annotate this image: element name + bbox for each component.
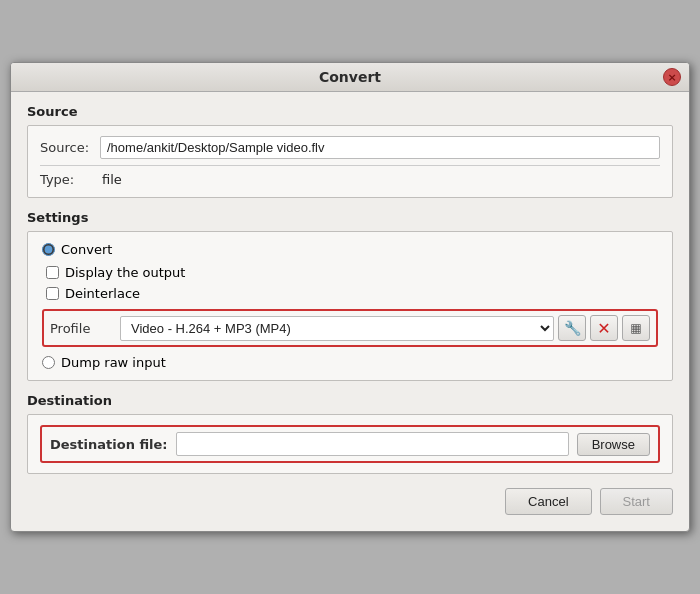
convert-dialog: Convert × Source Source: Type: file Sett… <box>10 62 690 532</box>
display-output-label: Display the output <box>65 265 185 280</box>
source-section-header: Source <box>27 104 673 119</box>
dest-file-input[interactable] <box>176 432 569 456</box>
grid-button[interactable]: ▦ <box>622 315 650 341</box>
type-label: Type: <box>40 172 100 187</box>
type-field-row: Type: file <box>40 172 660 187</box>
destination-inner: Destination file: Browse <box>40 425 660 463</box>
browse-button[interactable]: Browse <box>577 433 650 456</box>
source-section: Source: Type: file <box>27 125 673 198</box>
dump-radio[interactable] <box>42 356 55 369</box>
wrench-button[interactable]: 🔧 <box>558 315 586 341</box>
deinterlace-checkbox[interactable] <box>46 287 59 300</box>
destination-section-header: Destination <box>27 393 673 408</box>
settings-section-header: Settings <box>27 210 673 225</box>
source-input[interactable] <box>100 136 660 159</box>
deinterlace-row: Deinterlace <box>46 286 658 301</box>
profile-label: Profile <box>50 321 120 336</box>
close-icon: × <box>667 71 676 84</box>
titlebar: Convert × <box>11 63 689 92</box>
display-output-checkbox[interactable] <box>46 266 59 279</box>
source-field-row: Source: <box>40 136 660 159</box>
convert-radio[interactable] <box>42 243 55 256</box>
grid-icon: ▦ <box>630 321 641 335</box>
type-value: file <box>102 172 122 187</box>
settings-section: Convert Display the output Deinterlace P… <box>27 231 673 381</box>
start-button[interactable]: Start <box>600 488 673 515</box>
convert-radio-row: Convert <box>42 242 658 257</box>
cancel-button[interactable]: Cancel <box>505 488 591 515</box>
display-output-row: Display the output <box>46 265 658 280</box>
profile-row: Profile Video - H.264 + MP3 (MP4) 🔧 ✕ ▦ <box>42 309 658 347</box>
source-value-container <box>100 136 660 159</box>
profile-select[interactable]: Video - H.264 + MP3 (MP4) <box>120 316 554 341</box>
source-label: Source: <box>40 140 100 155</box>
dump-label: Dump raw input <box>61 355 166 370</box>
deinterlace-label: Deinterlace <box>65 286 140 301</box>
wrench-icon: 🔧 <box>564 320 581 336</box>
remove-icon: ✕ <box>597 319 610 338</box>
close-button[interactable]: × <box>663 68 681 86</box>
dest-file-label: Destination file: <box>50 437 168 452</box>
convert-radio-label: Convert <box>61 242 112 257</box>
button-row: Cancel Start <box>27 488 673 519</box>
dump-radio-row: Dump raw input <box>42 355 658 370</box>
dialog-content: Source Source: Type: file Settings Conve… <box>11 92 689 531</box>
destination-section: Destination file: Browse <box>27 414 673 474</box>
remove-profile-button[interactable]: ✕ <box>590 315 618 341</box>
dialog-title: Convert <box>319 69 381 85</box>
